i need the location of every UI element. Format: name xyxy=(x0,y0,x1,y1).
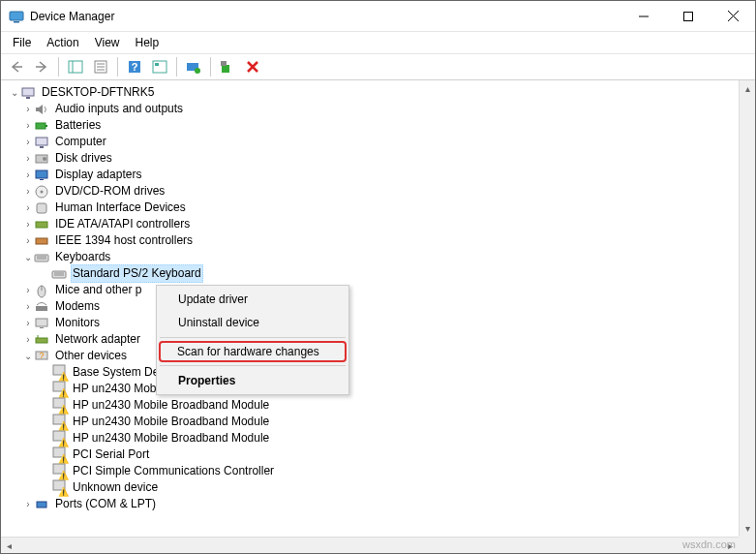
device-item[interactable]: ⚠️Base System Dev xyxy=(5,364,739,381)
svg-rect-26 xyxy=(36,138,47,145)
expand-arrow-icon[interactable] xyxy=(22,496,34,512)
scroll-down-button[interactable]: ▾ xyxy=(740,520,755,537)
ctx-scan-hardware[interactable]: Scan for hardware changes xyxy=(159,341,347,362)
ctx-uninstall-device[interactable]: Uninstall device xyxy=(159,311,347,334)
device-item[interactable]: ⚠️PCI Simple Communications Controller xyxy=(5,463,739,479)
ctx-properties[interactable]: Properties xyxy=(159,369,347,392)
close-button[interactable] xyxy=(711,1,755,31)
scroll-up-button[interactable]: ▴ xyxy=(740,80,755,97)
svg-rect-6 xyxy=(69,61,82,73)
scroll-track[interactable] xyxy=(740,97,755,520)
titlebar: Device Manager xyxy=(1,1,755,32)
expand-arrow-icon[interactable] xyxy=(9,84,20,101)
device-item[interactable]: Standard PS/2 Keyboard xyxy=(5,265,739,282)
disk-icon xyxy=(34,151,49,167)
device-category[interactable]: Ports (COM & LPT) xyxy=(5,496,739,512)
svg-point-33 xyxy=(41,190,44,193)
node-label: IDE ATA/ATAPI controllers xyxy=(53,216,192,232)
expand-arrow-icon[interactable] xyxy=(22,298,34,315)
menu-file[interactable]: File xyxy=(5,34,39,51)
node-label: PCI Simple Communications Controller xyxy=(71,463,276,479)
expand-arrow-icon[interactable] xyxy=(22,150,34,167)
device-category[interactable]: IDE ATA/ATAPI controllers xyxy=(5,216,739,232)
expand-arrow-icon[interactable] xyxy=(22,216,34,232)
scroll-corner xyxy=(739,537,755,553)
device-category[interactable]: Monitors xyxy=(5,315,739,331)
expand-arrow-icon[interactable] xyxy=(22,232,34,249)
expand-arrow-icon[interactable] xyxy=(22,183,34,200)
node-label: Display adapters xyxy=(53,167,143,183)
svg-rect-48 xyxy=(36,338,47,343)
ctx-separator xyxy=(160,337,346,338)
device-category[interactable]: Network adapter xyxy=(5,331,739,348)
help-button[interactable]: ? xyxy=(123,55,146,78)
expand-arrow-icon[interactable] xyxy=(22,101,34,117)
properties-button[interactable] xyxy=(89,55,112,78)
device-item[interactable]: ⚠️HP un2430 Mobile Broadband Module xyxy=(5,397,739,414)
expand-arrow-icon[interactable] xyxy=(22,282,34,298)
back-button[interactable] xyxy=(5,55,28,78)
device-category[interactable]: Audio inputs and outputs xyxy=(5,101,739,117)
window-title: Device Manager xyxy=(30,10,621,23)
scan-hardware-button[interactable] xyxy=(182,55,205,78)
display-icon xyxy=(34,168,49,183)
node-label: PCI Serial Port xyxy=(71,446,151,463)
menu-help[interactable]: Help xyxy=(128,34,167,51)
menu-action[interactable]: Action xyxy=(39,34,86,51)
root-node[interactable]: DESKTOP-DFTNRK5 xyxy=(5,84,739,101)
device-item[interactable]: ⚠️Unknown device xyxy=(5,479,739,496)
device-category[interactable]: Computer xyxy=(5,134,739,150)
scroll-left-button[interactable]: ◂ xyxy=(1,538,17,553)
device-category[interactable]: Mice and other p xyxy=(5,282,739,298)
expand-arrow-icon[interactable] xyxy=(22,117,34,134)
svg-rect-30 xyxy=(36,170,47,178)
expand-arrow-icon[interactable] xyxy=(22,249,34,265)
svg-rect-27 xyxy=(40,146,44,148)
device-category[interactable]: Disk drives xyxy=(5,150,739,167)
maximize-button[interactable] xyxy=(666,1,711,31)
device-category[interactable]: Keyboards xyxy=(5,249,739,265)
device-item[interactable]: ⚠️HP un2430 Mobile Broadband Module xyxy=(5,414,739,430)
uninstall-button[interactable] xyxy=(241,55,264,78)
device-category[interactable]: Batteries xyxy=(5,117,739,134)
other-icon: ? xyxy=(34,349,49,364)
device-category[interactable]: DVD/CD-ROM drives xyxy=(5,183,739,200)
node-label: IEEE 1394 host controllers xyxy=(53,232,195,249)
node-label: HP un2430 Mobile Broadband Module xyxy=(71,414,271,430)
expand-arrow-icon[interactable] xyxy=(22,315,34,331)
toolbar-separator xyxy=(58,57,59,77)
device-category[interactable]: IEEE 1394 host controllers xyxy=(5,232,739,249)
expand-arrow-icon[interactable] xyxy=(22,134,34,150)
forward-button[interactable] xyxy=(30,55,53,78)
device-tree[interactable]: DESKTOP-DFTNRK5Audio inputs and outputsB… xyxy=(1,80,739,537)
expand-arrow-icon[interactable] xyxy=(22,348,34,364)
device-category[interactable]: Human Interface Devices xyxy=(5,200,739,216)
node-label: Disk drives xyxy=(53,150,114,167)
expand-arrow-icon[interactable] xyxy=(22,331,34,348)
computer-icon xyxy=(34,135,49,150)
device-category[interactable]: Display adapters xyxy=(5,167,739,183)
device-category[interactable]: ?Other devices xyxy=(5,348,739,364)
menu-view[interactable]: View xyxy=(87,34,128,51)
device-item[interactable]: ⚠️HP un2430 Mobile Broadband Module xyxy=(5,430,739,446)
minimize-button[interactable] xyxy=(621,1,666,31)
expand-arrow-icon[interactable] xyxy=(22,200,34,216)
device-item[interactable]: ⚠️HP un2430 Mobile Broadband Module xyxy=(5,381,739,397)
device-category[interactable]: Modems xyxy=(5,298,739,315)
expand-arrow-icon[interactable] xyxy=(22,167,34,183)
scroll-track[interactable] xyxy=(17,538,722,553)
device-item[interactable]: ⚠️PCI Serial Port xyxy=(5,446,739,463)
action-button[interactable] xyxy=(148,55,171,78)
show-hide-console-tree-button[interactable] xyxy=(64,55,87,78)
ctx-update-driver[interactable]: Update driver xyxy=(159,288,347,311)
svg-rect-31 xyxy=(40,179,44,180)
context-menu: Update driver Uninstall device Scan for … xyxy=(156,285,349,395)
app-icon xyxy=(9,9,24,24)
svg-rect-23 xyxy=(26,97,30,99)
svg-rect-47 xyxy=(40,327,44,328)
node-label: Batteries xyxy=(53,117,103,134)
svg-rect-45 xyxy=(36,306,47,311)
vertical-scrollbar[interactable]: ▴ ▾ xyxy=(739,80,755,537)
horizontal-scrollbar[interactable]: ◂ ▸ xyxy=(1,537,739,553)
add-legacy-hardware-button[interactable] xyxy=(216,55,239,78)
